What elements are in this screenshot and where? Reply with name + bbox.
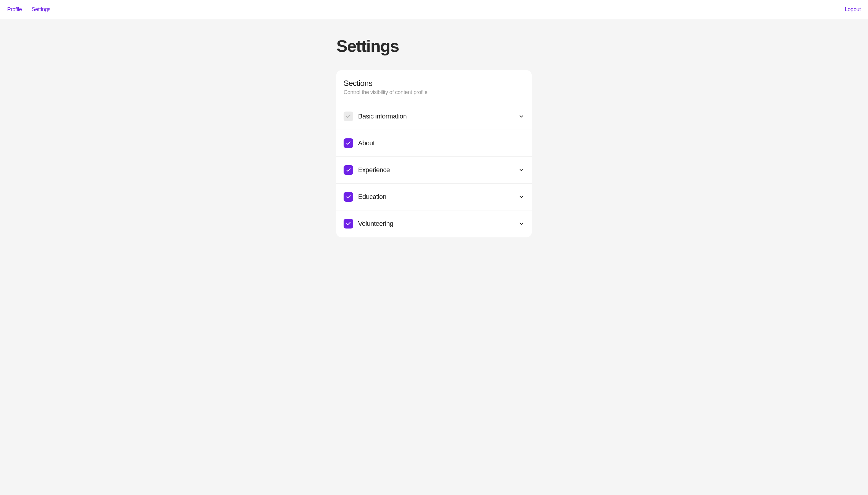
section-label: Volunteering [358,220,514,227]
checkbox-basic-information [344,112,353,121]
card-header: Sections Control the visibility of conte… [336,70,532,103]
section-row-basic-information: Basic information [336,103,532,130]
check-icon [346,221,351,226]
expand-toggle-volunteering[interactable] [518,221,524,227]
nav-link-settings[interactable]: Settings [32,6,50,13]
section-label: Basic information [358,113,514,120]
section-row-experience: Experience [336,157,532,184]
section-row-volunteering: Volunteering [336,210,532,237]
expand-toggle-education[interactable] [518,194,524,200]
sections-card: Sections Control the visibility of conte… [336,70,532,237]
card-subtitle: Control the visibility of content profil… [344,89,524,96]
section-row-education: Education [336,184,532,210]
chevron-down-icon [518,194,524,200]
checkbox-experience[interactable] [344,165,353,175]
expand-toggle-basic-information[interactable] [518,113,524,119]
check-icon [346,114,351,119]
chevron-down-icon [518,167,524,173]
expand-toggle-experience[interactable] [518,167,524,173]
main-container: Settings Sections Control the visibility… [336,19,532,237]
check-icon [346,194,351,200]
nav-left: Profile Settings [7,6,50,13]
chevron-down-icon [518,221,524,227]
chevron-spacer [518,140,524,146]
checkbox-volunteering[interactable] [344,219,353,228]
nav-link-logout[interactable]: Logout [845,6,861,13]
check-icon [346,167,351,173]
page-title: Settings [336,36,532,56]
checkbox-education[interactable] [344,192,353,202]
chevron-down-icon [518,113,524,119]
card-title: Sections [344,79,524,88]
section-row-about: About [336,130,532,157]
nav-link-profile[interactable]: Profile [7,6,22,13]
section-label: Education [358,193,514,201]
section-label: About [358,139,514,147]
section-label: Experience [358,166,514,174]
check-icon [346,140,351,146]
checkbox-about[interactable] [344,138,353,148]
navbar: Profile Settings Logout [0,0,868,19]
